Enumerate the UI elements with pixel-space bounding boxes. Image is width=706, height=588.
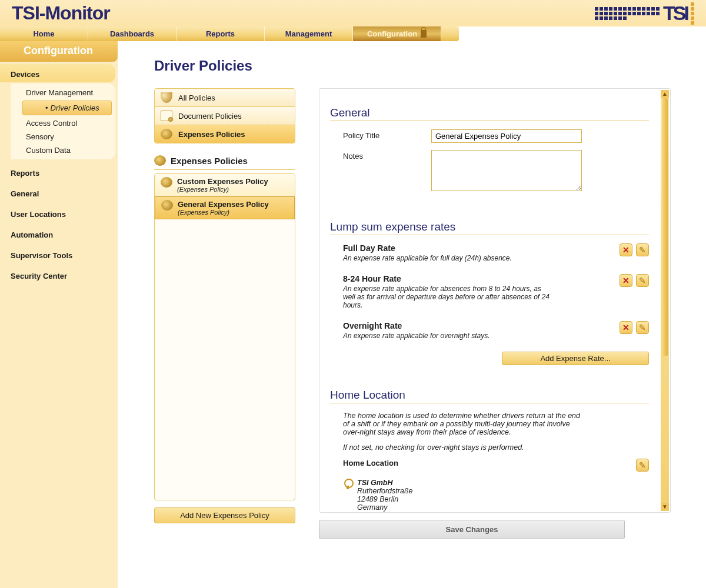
detail-panel: General Policy Title Notes Lump sum expe…: [319, 88, 671, 513]
edit-home-location-button[interactable]: ✎: [636, 459, 649, 472]
policy-type-all[interactable]: All Policies: [155, 89, 295, 107]
rate-item-full-day: Full Day Rate An expense rate applicable…: [343, 243, 649, 262]
scroll-thumb[interactable]: [662, 98, 668, 356]
policy-notes-label: Notes: [343, 150, 414, 161]
sidebar-link-reports[interactable]: Reports: [0, 163, 118, 183]
policy-panel-title: Expenses Policies: [171, 156, 248, 166]
sidebar-group-devices[interactable]: Devices: [0, 64, 115, 82]
expenses-icon: [161, 129, 172, 139]
shield-icon: [161, 92, 172, 103]
rate-desc: An expense rate applicable for overnight…: [343, 332, 555, 340]
sidebar-link-supervisor-tools[interactable]: Supervisor Tools: [0, 245, 118, 266]
rate-item-overnight: Overnight Rate An expense rate applicabl…: [343, 321, 649, 340]
policy-panel-header: Expenses Policies: [154, 154, 295, 170]
sidebar-link-security-center[interactable]: Security Center: [0, 266, 118, 286]
rate-title: 8-24 Hour Rate: [343, 274, 614, 283]
policy-title-input[interactable]: [431, 129, 582, 143]
rate-desc: An expense rate applicable for full day …: [343, 254, 555, 262]
policy-type-label: Document Policies: [178, 112, 242, 121]
nav-reports[interactable]: Reports: [176, 26, 265, 41]
brand-dots-icon: [595, 7, 660, 20]
pin-icon: [343, 479, 352, 489]
sidebar-section-title: Configuration: [0, 41, 118, 62]
sidebar-link-user-locations[interactable]: User Locations: [0, 204, 118, 225]
policy-item-title: General Expenses Policy: [178, 200, 269, 209]
nav-configuration-label: Configuration: [367, 29, 417, 38]
sidebar-subgroup-devices: Driver Management Driver Policies Access…: [11, 83, 115, 159]
section-home-title: Home Location: [330, 389, 649, 403]
policy-item-custom[interactable]: Custom Expenses Policy (Expenses Policy): [155, 174, 295, 196]
home-location-country: Germany: [357, 503, 412, 512]
sidebar-link-automation[interactable]: Automation: [0, 225, 118, 245]
home-location-city: 12489 Berlin: [357, 495, 412, 503]
app-header: TSI-Monitor TSI: [0, 0, 706, 26]
policy-list: Custom Expenses Policy (Expenses Policy)…: [154, 173, 295, 500]
policy-title-label: Policy Title: [343, 129, 414, 140]
add-expenses-policy-button[interactable]: Add New Expenses Policy: [154, 507, 295, 523]
top-nav: Home Dashboards Reports Management Confi…: [0, 26, 459, 41]
section-rates-title: Lump sum expense rates: [330, 220, 649, 235]
save-changes-button[interactable]: Save Changes: [319, 520, 625, 539]
rate-item-8-24: 8-24 Hour Rate An expense rate applicabl…: [343, 274, 649, 309]
home-location-street: Rutherfordstraße: [357, 487, 412, 495]
brand-logo: TSI: [547, 2, 694, 25]
expenses-icon: [161, 177, 172, 188]
edit-rate-button[interactable]: ✎: [636, 243, 649, 256]
brand-text: TSI: [663, 2, 687, 25]
delete-rate-button[interactable]: ✕: [620, 321, 632, 334]
rate-desc: An expense rate applicable for absences …: [343, 285, 555, 309]
sidebar: Configuration Devices Driver Management …: [0, 41, 118, 588]
main-content: Driver Policies All Policies Document Po…: [118, 41, 706, 588]
home-blurb1: The home location is used to determine w…: [330, 412, 583, 443]
policy-item-subtitle: (Expenses Policy): [178, 209, 269, 216]
detail-scrollbar[interactable]: ▲ ▼: [661, 90, 669, 511]
sidebar-item-sensory[interactable]: Sensory: [11, 130, 115, 143]
sidebar-item-driver-management[interactable]: Driver Management: [11, 86, 115, 99]
policy-item-subtitle: (Expenses Policy): [177, 186, 268, 193]
home-location-block: TSI GmbH Rutherfordstraße 12489 Berlin G…: [330, 479, 649, 512]
lock-icon: [421, 30, 427, 38]
app-title: TSI-Monitor: [12, 2, 110, 24]
sidebar-item-custom-data[interactable]: Custom Data: [11, 143, 115, 157]
expenses-icon: [154, 155, 166, 166]
nav-management[interactable]: Management: [265, 26, 353, 41]
sidebar-link-general[interactable]: General: [0, 183, 118, 204]
nav-dashboards[interactable]: Dashboards: [88, 26, 176, 41]
policy-type-document[interactable]: Document Policies: [155, 107, 295, 125]
delete-rate-button[interactable]: ✕: [620, 274, 632, 287]
sidebar-item-driver-policies[interactable]: Driver Policies: [22, 101, 112, 115]
add-expense-rate-button[interactable]: Add Expense Rate...: [502, 352, 649, 365]
policy-type-expenses[interactable]: Expenses Policies: [155, 125, 295, 143]
policy-item-title: Custom Expenses Policy: [177, 177, 268, 186]
rate-title: Overnight Rate: [343, 321, 614, 330]
page-title: Driver Policies: [154, 58, 671, 74]
section-general-title: General: [330, 106, 649, 121]
nav-configuration[interactable]: Configuration: [353, 26, 441, 41]
rate-title: Full Day Rate: [343, 243, 614, 253]
home-location-label: Home Location: [343, 459, 398, 472]
expenses-icon: [161, 200, 173, 211]
scroll-down-icon[interactable]: ▼: [661, 503, 669, 511]
home-location-name: TSI GmbH: [357, 479, 412, 487]
policy-notes-input[interactable]: [431, 150, 582, 191]
edit-rate-button[interactable]: ✎: [636, 321, 649, 334]
sidebar-item-access-control[interactable]: Access Control: [11, 116, 115, 130]
policy-type-label: All Policies: [178, 93, 215, 102]
scroll-up-icon[interactable]: ▲: [661, 90, 669, 98]
policy-type-list: All Policies Document Policies Expenses …: [154, 88, 295, 143]
home-blurb2: If not set, no checking for over-night s…: [330, 443, 583, 459]
document-icon: [161, 111, 172, 121]
policy-type-label: Expenses Policies: [178, 130, 245, 139]
edit-rate-button[interactable]: ✎: [636, 274, 649, 287]
nav-home[interactable]: Home: [0, 26, 88, 41]
brand-bars-icon: [691, 2, 694, 25]
policy-item-general[interactable]: General Expenses Policy (Expenses Policy…: [155, 196, 295, 219]
delete-rate-button[interactable]: ✕: [620, 243, 632, 256]
